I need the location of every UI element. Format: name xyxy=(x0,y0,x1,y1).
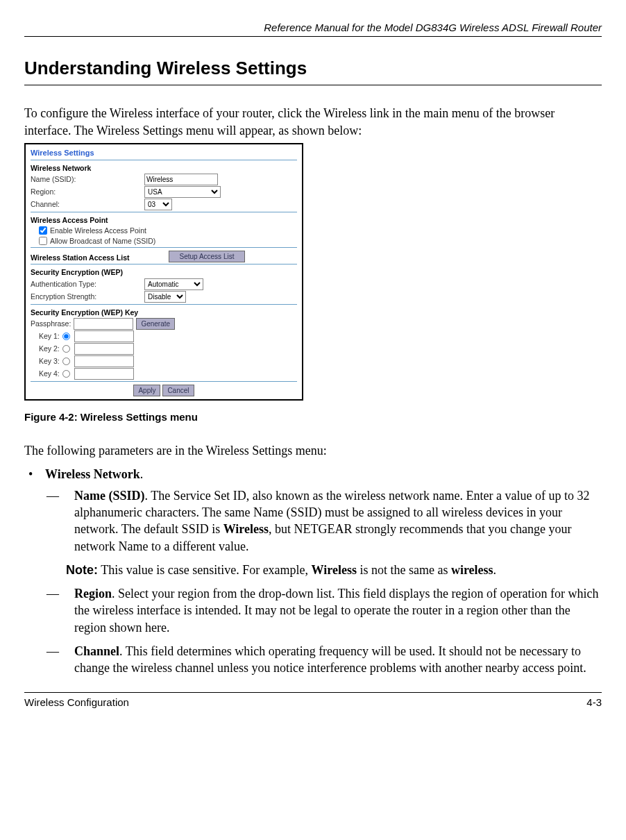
key4-input[interactable] xyxy=(74,368,134,380)
page-header: Reference Manual for the Model DG834G Wi… xyxy=(24,21,602,37)
broadcast-label: Allow Broadcast of Name (SSID) xyxy=(50,236,155,246)
page-footer: Wireless Configuration 4-3 xyxy=(24,692,602,709)
key2-radio[interactable] xyxy=(62,345,70,353)
figure-caption: Figure 4-2: Wireless Settings menu xyxy=(24,410,602,424)
key3-label: Key 3: xyxy=(39,356,60,366)
bullet-wireless-network: Wireless Network. —Name (SSID). The Serv… xyxy=(24,466,602,676)
enable-ap-checkbox[interactable] xyxy=(39,226,47,235)
params-intro: The following parameters are in the Wire… xyxy=(24,442,602,459)
key4-label: Key 4: xyxy=(39,369,60,378)
sub-name-ssid: —Name (SSID). The Service Set ID, also k… xyxy=(45,487,602,555)
wep-key-heading: Security Encryption (WEP) Key xyxy=(31,308,297,317)
generate-button[interactable]: Generate xyxy=(136,318,175,330)
access-list-heading: Wireless Station Access List xyxy=(31,253,166,262)
key1-input[interactable] xyxy=(74,330,134,342)
key2-label: Key 2: xyxy=(39,344,60,353)
footer-left: Wireless Configuration xyxy=(24,696,129,709)
enc-label: Encryption Strength: xyxy=(31,292,142,301)
passphrase-label: Passphrase: xyxy=(31,319,71,328)
channel-select[interactable]: 03 xyxy=(144,199,172,210)
key4-radio[interactable] xyxy=(62,370,70,378)
enable-ap-label: Enable Wireless Access Point xyxy=(50,226,146,235)
access-point-heading: Wireless Access Point xyxy=(31,215,297,225)
passphrase-input[interactable] xyxy=(74,318,133,330)
cancel-button[interactable]: Cancel xyxy=(162,385,194,396)
broadcast-checkbox[interactable] xyxy=(39,237,47,245)
channel-label: Channel: xyxy=(31,199,142,209)
ssid-label: Name (SSID): xyxy=(31,174,142,184)
key2-input[interactable] xyxy=(74,343,134,355)
figure-title: Wireless Settings xyxy=(31,148,297,158)
figure-screenshot: Wireless Settings Wireless Network Name … xyxy=(24,143,303,401)
key3-input[interactable] xyxy=(74,355,134,367)
setup-access-list-button[interactable]: Setup Access List xyxy=(169,251,245,262)
key1-label: Key 1: xyxy=(39,331,60,341)
enc-select[interactable]: Disable xyxy=(144,291,186,303)
wep-heading: Security Encryption (WEP) xyxy=(31,267,297,277)
intro-paragraph: To configure the Wireless interface of y… xyxy=(24,105,602,139)
region-label: Region: xyxy=(31,187,142,196)
region-select[interactable]: USA xyxy=(144,186,221,198)
auth-select[interactable]: Automatic xyxy=(144,278,203,290)
apply-button[interactable]: Apply xyxy=(133,385,160,396)
key1-radio[interactable] xyxy=(62,333,70,340)
footer-right: 4-3 xyxy=(586,696,602,709)
section-title: Understanding Wireless Settings xyxy=(24,56,602,85)
sub-channel: —Channel. This field determines which op… xyxy=(45,643,602,677)
key3-radio[interactable] xyxy=(62,358,70,365)
ssid-input[interactable] xyxy=(144,174,218,185)
sub-region: —Region. Select your region from the dro… xyxy=(45,585,602,636)
auth-label: Authentication Type: xyxy=(31,279,142,289)
note-line: Note: This value is case sensitive. For … xyxy=(45,562,602,578)
wireless-network-heading: Wireless Network xyxy=(31,163,297,173)
